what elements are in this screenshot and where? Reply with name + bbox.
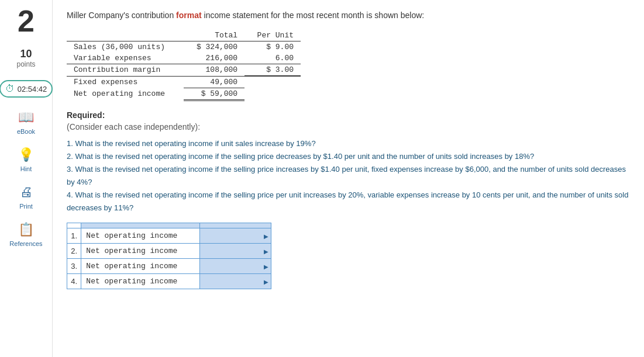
answer-row-label: Net operating income [81, 228, 200, 244]
income-table-row: Sales (36,000 units)$ 324,000$ 9.00 [67, 41, 301, 53]
ebook-label: eBook [17, 128, 35, 135]
income-row-label: Net operating income [67, 88, 184, 100]
question-item-2: 2. What is the revised net operating inc… [67, 150, 630, 163]
sidebar-item-hint[interactable]: 💡 Hint [18, 147, 35, 172]
question-item-3: 3. What is the revised net operating inc… [67, 163, 630, 189]
intro-text: Miller Company's contribution [67, 11, 176, 20]
hint-label: Hint [20, 165, 32, 172]
answer-table-row: 1.Net operating income [67, 228, 271, 244]
col-total-header: Total [184, 30, 244, 41]
answer-row-label: Net operating income [81, 244, 200, 259]
answer-table-row: 3.Net operating income [67, 259, 271, 274]
question-intro: Miller Company's contribution format inc… [67, 9, 630, 22]
timer-value: 02:54:42 [18, 85, 47, 93]
income-row-perunit: 6.00 [244, 53, 301, 64]
answer-row-value[interactable] [200, 228, 271, 244]
income-row-label: Fixed expenses [67, 76, 184, 88]
answer-row-number: 3. [67, 259, 81, 274]
sidebar: 2 10 points ⏱ 02:54:42 📖 eBook 💡 Hint 🖨 … [0, 0, 53, 357]
print-icon: 🖨 [18, 184, 35, 200]
points-label: points [16, 60, 35, 68]
hint-icon: 💡 [18, 147, 35, 163]
question-item-4: 4. What is the revised net operating inc… [67, 189, 630, 214]
income-row-perunit: $ 3.00 [244, 64, 301, 77]
question-number: 2 [18, 6, 35, 36]
income-table-row: Contribution margin108,000$ 3.00 [67, 64, 301, 77]
income-row-total: 216,000 [184, 53, 244, 64]
answer-value-header [200, 223, 271, 228]
income-table-row: Fixed expenses49,000 [67, 76, 301, 88]
income-row-total: 108,000 [184, 64, 244, 77]
income-statement-table: Total Per Unit Sales (36,000 units)$ 324… [67, 30, 301, 101]
answer-row-number: 2. [67, 244, 81, 259]
col-label-header [67, 30, 184, 41]
required-sub: (Consider each case independently): [67, 122, 630, 131]
answer-row-value[interactable] [200, 259, 271, 274]
answer-row-number: 4. [67, 274, 81, 289]
references-icon: 📋 [18, 221, 34, 238]
income-row-total: $ 59,000 [184, 88, 244, 100]
income-row-perunit [244, 76, 301, 88]
answer-table: 1.Net operating income2.Net operating in… [67, 223, 271, 289]
answer-row-value[interactable] [200, 244, 271, 259]
answer-row-number: 1. [67, 228, 81, 244]
income-row-label: Variable expenses [67, 53, 184, 64]
answer-table-header [67, 223, 271, 228]
highlight-text: format [176, 11, 202, 20]
questions-list: 1. What is the revised net operating inc… [67, 137, 630, 215]
income-row-perunit [244, 88, 301, 100]
income-table-row: Net operating income$ 59,000 [67, 88, 301, 100]
main-content: Miller Company's contribution format inc… [53, 0, 644, 357]
income-table-row: Variable expenses216,0006.00 [67, 53, 301, 64]
intro-text-2: income statement for the most recent mon… [204, 11, 425, 20]
answer-table-row: 2.Net operating income [67, 244, 271, 259]
col-perunit-header: Per Unit [244, 30, 301, 41]
print-label: Print [19, 203, 33, 210]
references-label: References [9, 240, 42, 247]
answer-num-header [67, 223, 81, 228]
sidebar-item-print[interactable]: 🖨 Print [18, 184, 35, 210]
clock-icon: ⏱ [5, 84, 15, 94]
income-row-label: Contribution margin [67, 64, 184, 77]
required-label: Required: [67, 110, 630, 120]
table-header-row: Total Per Unit [67, 30, 301, 41]
answer-table-row: 4.Net operating income [67, 274, 271, 289]
answer-row-label: Net operating income [81, 259, 200, 274]
income-row-perunit: $ 9.00 [244, 41, 301, 53]
answer-row-label: Net operating income [81, 274, 200, 289]
ebook-icon: 📖 [18, 109, 34, 126]
points-section: 10 points [16, 48, 35, 68]
points-value: 10 [16, 48, 35, 60]
answer-row-value[interactable] [200, 274, 271, 289]
income-row-total: $ 324,000 [184, 41, 244, 53]
income-row-total: 49,000 [184, 76, 244, 88]
sidebar-item-ebook[interactable]: 📖 eBook [17, 109, 35, 135]
timer-badge[interactable]: ⏱ 02:54:42 [0, 80, 53, 98]
question-item-1: 1. What is the revised net operating inc… [67, 137, 630, 150]
sidebar-item-references[interactable]: 📋 References [9, 221, 42, 247]
answer-label-header [81, 223, 200, 228]
income-row-label: Sales (36,000 units) [67, 41, 184, 53]
